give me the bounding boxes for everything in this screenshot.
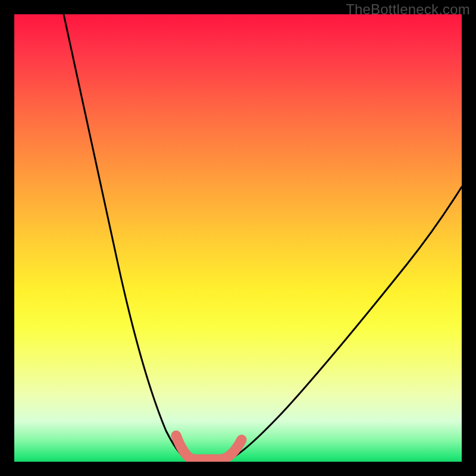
left-curve: [64, 14, 188, 461]
right-curve: [227, 187, 462, 461]
watermark-text: TheBottleneck.com: [346, 1, 470, 18]
trough-highlight: [176, 436, 242, 459]
chart-plot-area: [14, 14, 462, 462]
chart-curves: [14, 14, 462, 462]
chart-frame: TheBottleneck.com: [0, 0, 476, 476]
